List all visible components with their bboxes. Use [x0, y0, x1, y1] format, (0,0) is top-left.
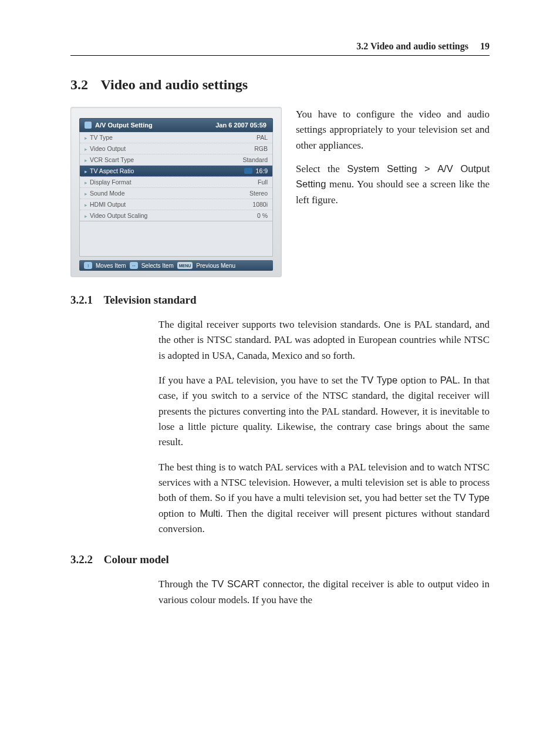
wrench-icon: [85, 122, 92, 129]
menu-label: TV Aspect Ratio: [90, 167, 134, 174]
menu-value: Stereo: [249, 190, 268, 197]
subsection-heading: 3.2.1 Television standard: [70, 294, 490, 307]
left-right-icon: [244, 168, 252, 174]
hint-moves: Moves Item: [96, 263, 126, 269]
menu-label: Display Format: [90, 179, 131, 186]
sub1-p3: The best thing is to watch PAL services …: [158, 460, 490, 537]
value-multi: Multi: [200, 508, 220, 519]
triangle-right-icon: ▸: [85, 191, 87, 197]
menu-path-system-setting: System Setting: [347, 163, 417, 174]
triangle-right-icon: ▸: [85, 213, 87, 219]
menu-row-display-format[interactable]: ▸Display Format Full: [80, 177, 272, 188]
intro-text: You have to configure the video and audi…: [296, 107, 490, 216]
subsection-number: 3.2.2: [70, 553, 93, 566]
figure-blank-area: [79, 221, 273, 257]
menu-label: HDMI Output: [90, 201, 126, 208]
figure-menu-list: ▸TV Type PAL ▸Video Output RGB ▸VCR Scar…: [79, 132, 273, 221]
option-tv-type: TV Type: [454, 492, 490, 503]
menu-label: TV Type: [90, 134, 113, 141]
triangle-right-icon: ▸: [85, 180, 87, 186]
figure-datetime: Jan 6 2007 05:59: [215, 122, 266, 129]
menu-row-aspect-ratio[interactable]: ▸TV Aspect Ratio 16:9: [80, 166, 272, 177]
gt-symbol: >: [424, 163, 430, 174]
menu-value: 0 %: [257, 212, 268, 219]
menu-row-hdmi-output[interactable]: ▸HDMI Output 1080i: [80, 199, 272, 210]
subsection-title: Colour model: [104, 553, 169, 566]
menu-label: VCR Scart Type: [90, 156, 134, 163]
intro-p2: Select the System Setting > A/V Output S…: [296, 161, 490, 208]
page-number: 19: [480, 41, 490, 51]
figure-hintbar: ↕ Moves Item ↔ Selects Item MENU Previou…: [79, 260, 273, 271]
triangle-right-icon: ▸: [85, 202, 87, 208]
value-pal: PAL: [440, 375, 458, 385]
figure-title: A/V Output Setting: [95, 122, 153, 129]
running-header-title: 3.2 Video and audio settings: [356, 41, 468, 51]
figure-titlebar: A/V Output Setting Jan 6 2007 05:59: [79, 118, 273, 132]
connector-tv-scart: TV SCART: [211, 578, 259, 589]
menu-value: Standard: [242, 156, 268, 163]
menu-row-output-scaling[interactable]: ▸Video Output Scaling 0 %: [80, 210, 272, 221]
menu-value: 16:9: [256, 167, 268, 174]
intro-p1: You have to configure the video and audi…: [296, 107, 490, 153]
section-title: Video and audio settings: [101, 77, 248, 92]
running-header: 3.2 Video and audio settings 19: [70, 41, 490, 56]
triangle-right-icon: ▸: [85, 135, 87, 141]
sub1-p2: If you have a PAL television, you have t…: [158, 373, 490, 450]
triangle-right-icon: ▸: [85, 146, 87, 152]
menu-row-sound-mode[interactable]: ▸Sound Mode Stereo: [80, 188, 272, 199]
subsection-heading: 3.2.2 Colour model: [70, 553, 490, 566]
menu-value: 1080i: [252, 201, 268, 208]
sub1-p1: The digital receiver supports two televi…: [158, 317, 490, 364]
menu-key-icon: MENU: [177, 262, 193, 269]
menu-value: RGB: [254, 145, 268, 152]
section-heading: 3.2 Video and audio settings: [70, 77, 490, 93]
option-tv-type: TV Type: [361, 375, 397, 385]
triangle-right-icon: ▸: [85, 169, 87, 174]
sub2-p1: Through the TV SCART connector, the digi…: [158, 577, 490, 608]
hint-prev: Previous Menu: [196, 263, 235, 269]
menu-value: Full: [258, 179, 268, 186]
updown-key-icon: ↕: [84, 262, 92, 269]
subsection-number: 3.2.1: [70, 294, 93, 306]
leftright-key-icon: ↔: [130, 262, 138, 269]
menu-label: Video Output Scaling: [90, 212, 147, 219]
menu-row-vcr-scart[interactable]: ▸VCR Scart Type Standard: [80, 154, 272, 166]
hint-selects: Selects Item: [141, 263, 174, 269]
menu-label: Video Output: [90, 145, 126, 152]
section-number: 3.2: [70, 77, 88, 92]
av-output-figure: A/V Output Setting Jan 6 2007 05:59 ▸TV …: [70, 107, 282, 277]
menu-row-tv-type[interactable]: ▸TV Type PAL: [80, 132, 272, 143]
subsection-title: Television standard: [103, 294, 196, 306]
triangle-right-icon: ▸: [85, 157, 87, 163]
menu-label: Sound Mode: [90, 190, 125, 197]
menu-row-video-output[interactable]: ▸Video Output RGB: [80, 143, 272, 154]
menu-value: PAL: [257, 134, 268, 141]
